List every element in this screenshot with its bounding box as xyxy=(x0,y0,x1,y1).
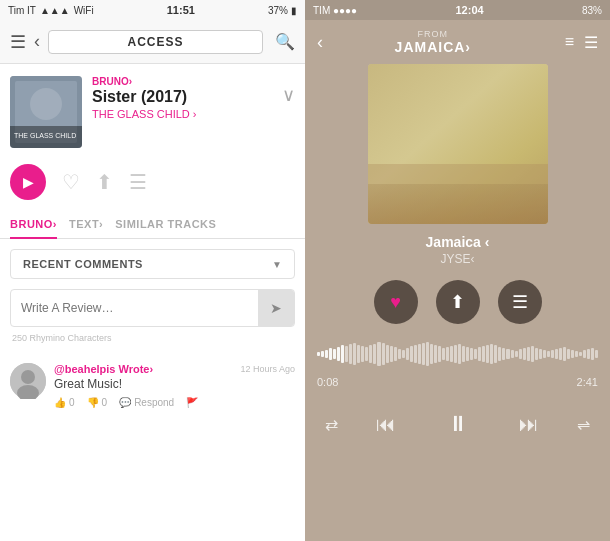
comment-dislike-button[interactable]: 👎 0 xyxy=(87,397,108,408)
comment-like-button[interactable]: 👍 0 xyxy=(54,397,75,408)
pause-button[interactable]: ⏸ xyxy=(434,400,482,448)
waveform-bar xyxy=(515,351,518,357)
waveform-bar xyxy=(462,346,465,362)
waveform-bar xyxy=(337,347,340,361)
comment-avatar xyxy=(10,363,46,399)
time-row: 0:08 2:41 xyxy=(305,376,610,388)
waveform-bar xyxy=(450,346,453,362)
waveform-bar xyxy=(373,344,376,364)
dropdown-arrow-icon: ▼ xyxy=(272,259,282,270)
left-status-left: Tim IT ▲▲▲ WiFi xyxy=(8,5,94,16)
waveform-bar xyxy=(402,350,405,358)
heart-button[interactable]: ♡ xyxy=(62,170,80,194)
track-details: BRUNO› Sister (2017) THE GLASS CHILD › xyxy=(92,76,272,120)
left-time: 11:51 xyxy=(167,4,195,16)
next-button[interactable]: ⏭ xyxy=(519,413,539,436)
right-nav-label: FROM JAMAICA› xyxy=(331,29,535,55)
track-title: Sister (2017) xyxy=(92,87,272,106)
review-send-button[interactable]: ➤ xyxy=(258,290,294,326)
right-action-row: ♥ ⬆ ☰ xyxy=(305,280,610,324)
comment-body: @beahelpis Wrote› 12 Hours Ago Great Mus… xyxy=(54,363,295,408)
search-icon[interactable]: 🔍 xyxy=(275,32,295,51)
thumb-down-icon: 👎 xyxy=(87,397,99,408)
comment-header: @beahelpis Wrote› 12 Hours Ago xyxy=(54,363,295,375)
waveform-bar xyxy=(535,348,538,360)
waveform-bar xyxy=(454,345,457,363)
access-button[interactable]: ACCESS xyxy=(48,30,263,54)
expand-icon[interactable]: ∨ xyxy=(282,76,295,106)
right-back-icon[interactable]: ‹ xyxy=(317,32,323,53)
waveform-bar xyxy=(523,348,526,360)
right-nav-title: JAMAICA› xyxy=(395,39,471,55)
waveform-bar xyxy=(478,347,481,361)
comments-dropdown[interactable]: RECENT COMMENTS ▼ xyxy=(10,249,295,279)
playlist-button[interactable]: ☰ xyxy=(129,170,147,194)
waveform-bar xyxy=(543,350,546,358)
waveform-bar xyxy=(410,346,413,362)
flag-icon: 🚩 xyxy=(186,397,198,408)
left-carrier: Tim IT xyxy=(8,5,36,16)
comments-section: RECENT COMMENTS ▼ ➤ 250 Rhymino Characte… xyxy=(0,239,305,541)
comment-flag-button[interactable]: 🚩 xyxy=(186,397,198,408)
play-button[interactable]: ▶ xyxy=(10,164,46,200)
waveform-bar xyxy=(349,344,352,364)
right-status-bar: TIM ●●●● 12:04 83% xyxy=(305,0,610,20)
waveform-bar xyxy=(555,349,558,359)
waveform-bar xyxy=(390,346,393,362)
thumb-up-icon: 👍 xyxy=(54,397,66,408)
right-menu-icon[interactable]: ☰ xyxy=(584,33,598,52)
tab-text[interactable]: TEXT› xyxy=(69,210,115,238)
waveform-bar xyxy=(563,347,566,361)
waveform-bar xyxy=(474,349,477,359)
review-box: ➤ xyxy=(10,289,295,327)
right-playlist-button[interactable]: ☰ xyxy=(498,280,542,324)
svg-text:THE GLASS CHILD: THE GLASS CHILD xyxy=(14,132,76,139)
right-panel: TIM ●●●● 12:04 83% ‹ FROM JAMAICA› ≡ ☰ xyxy=(305,0,610,541)
waveform-bar xyxy=(442,348,445,360)
waveform-bar xyxy=(321,351,324,357)
tab-similar-tracks[interactable]: SIMILAR TRACKS xyxy=(115,210,228,238)
dislike-count: 0 xyxy=(102,397,108,408)
right-heart-icon: ♥ xyxy=(390,292,401,313)
waveform-bar xyxy=(575,351,578,357)
back-icon[interactable]: ‹ xyxy=(34,31,40,52)
playback-controls: ⇄ ⏮ ⏸ ⏭ ⇌ xyxy=(305,400,610,448)
right-list-icon[interactable]: ≡ xyxy=(565,33,574,52)
waveform-bar xyxy=(365,347,368,361)
repeat-icon[interactable]: ⇌ xyxy=(577,415,590,434)
right-share-button[interactable]: ⬆ xyxy=(436,280,480,324)
comments-dropdown-label: RECENT COMMENTS xyxy=(23,258,143,270)
right-share-icon: ⬆ xyxy=(450,291,465,313)
right-status-left: TIM ●●●● xyxy=(313,5,357,16)
respond-label: Respond xyxy=(134,397,174,408)
prev-button[interactable]: ⏮ xyxy=(376,413,396,436)
respond-icon: 💬 xyxy=(119,397,131,408)
shuffle-icon[interactable]: ⇄ xyxy=(325,415,338,434)
share-button[interactable]: ⬆ xyxy=(96,170,113,194)
waveform-bar xyxy=(579,352,582,356)
comment-respond-button[interactable]: 💬 Respond xyxy=(119,397,174,408)
waveform-bar xyxy=(406,348,409,360)
right-list-btn-icon: ☰ xyxy=(512,291,528,313)
waveform-bar xyxy=(333,349,336,359)
hamburger-icon[interactable]: ☰ xyxy=(10,31,26,53)
waveform-bar xyxy=(386,345,389,363)
waveform-bar xyxy=(587,349,590,359)
jamaica-art: JAMAICA xyxy=(368,64,548,224)
review-input[interactable] xyxy=(11,293,258,323)
right-carrier: TIM xyxy=(313,5,330,16)
album-art: THE GLASS CHILD THE GLASS CHILD xyxy=(10,76,82,148)
right-heart-button[interactable]: ♥ xyxy=(374,280,418,324)
right-battery: 83% xyxy=(582,5,602,16)
current-time: 0:08 xyxy=(317,376,338,388)
album-art-image: THE GLASS CHILD THE GLASS CHILD xyxy=(10,76,82,148)
comment-author: @beahelpis Wrote› xyxy=(54,363,153,375)
waveform-bar xyxy=(547,351,550,357)
waveform-bar xyxy=(317,352,320,356)
comment-actions: 👍 0 👎 0 💬 Respond 🚩 xyxy=(54,397,295,408)
tab-bruno[interactable]: BRUNO› xyxy=(10,210,69,238)
waveform-bar xyxy=(414,345,417,363)
char-count: 250 Rhymino Characters xyxy=(10,333,295,343)
waveform-bar xyxy=(583,350,586,358)
waveform[interactable] xyxy=(305,338,610,370)
